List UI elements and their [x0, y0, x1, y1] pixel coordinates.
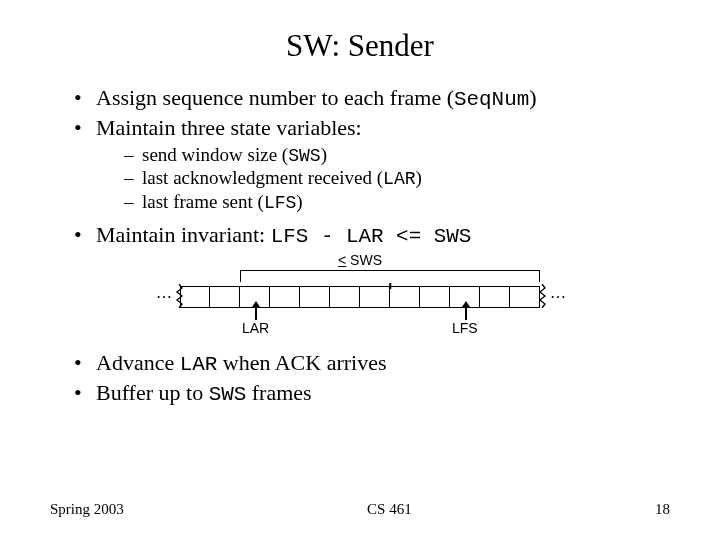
frame-cell: [330, 287, 360, 307]
torn-edge-right: [538, 284, 547, 308]
bullet-list: Assign sequence number to each frame (Se…: [74, 84, 670, 250]
sub-list: send window size (SWS) last acknowledgme…: [124, 144, 670, 215]
frame-cell: [480, 287, 510, 307]
text: last acknowledgment received (: [142, 167, 383, 188]
slide-footer: Spring 2003 CS 461 18: [50, 501, 670, 518]
footer-right: 18: [655, 501, 670, 518]
arrow-lfs: [465, 306, 467, 320]
sub-sws: send window size (SWS): [124, 144, 670, 168]
text: send window size (: [142, 144, 288, 165]
code-sws2: SWS: [209, 383, 247, 406]
sws-text: SWS: [346, 252, 382, 268]
frame-cell: [420, 287, 450, 307]
text: Maintain three state variables:: [96, 115, 362, 140]
text: ): [321, 144, 327, 165]
bullet-invariant: Maintain invariant: LFS - LAR <= SWS: [74, 221, 670, 250]
page-title: SW: Sender: [50, 28, 670, 64]
text: when ACK arrives: [217, 350, 386, 375]
bullet-list-2: Advance LAR when ACK arrives Buffer up t…: [74, 349, 670, 408]
ellipsis-right: …: [550, 284, 566, 302]
window-diagram: < SWS … … LAR LFS: [150, 258, 570, 343]
code-lfs: LFS: [264, 193, 296, 213]
bullet-seqnum: Assign sequence number to each frame (Se…: [74, 84, 670, 113]
sub-lar: last acknowledgment received (LAR): [124, 167, 670, 191]
frame-cell: [180, 287, 210, 307]
frame-cell: [210, 287, 240, 307]
bullet-advance: Advance LAR when ACK arrives: [74, 349, 670, 378]
bracket: [240, 270, 540, 282]
text: Buffer up to: [96, 380, 209, 405]
frame-cell: [390, 287, 420, 307]
frame-cell: [300, 287, 330, 307]
bullet-state-vars: Maintain three state variables: send win…: [74, 114, 670, 214]
code-seqnum: SeqNum: [454, 88, 529, 111]
label-lar: LAR: [242, 320, 269, 336]
text: frames: [246, 380, 311, 405]
sub-lfs: last frame sent (LFS): [124, 191, 670, 215]
code-lar2: LAR: [180, 353, 218, 376]
text: last frame sent (: [142, 191, 264, 212]
bullet-buffer: Buffer up to SWS frames: [74, 379, 670, 408]
le-symbol: <: [338, 252, 346, 268]
footer-center: CS 461: [367, 501, 412, 518]
text: ): [529, 85, 536, 110]
arrow-lar: [255, 306, 257, 320]
footer-left: Spring 2003: [50, 501, 124, 518]
text: Maintain invariant:: [96, 222, 271, 247]
text: ): [296, 191, 302, 212]
frame-cell: [360, 287, 390, 307]
frame-cell: [270, 287, 300, 307]
text: Advance: [96, 350, 180, 375]
code-lar: LAR: [383, 169, 415, 189]
code-invariant: LFS - LAR <= SWS: [271, 225, 472, 248]
ellipsis-left: …: [156, 284, 172, 302]
code-sws: SWS: [288, 146, 320, 166]
sws-bracket-label: < SWS: [150, 252, 570, 268]
text: Assign sequence number to each frame (: [96, 85, 454, 110]
frame-strip: [180, 286, 540, 308]
label-lfs: LFS: [452, 320, 478, 336]
text: ): [416, 167, 422, 188]
frame-cell: [510, 287, 540, 307]
